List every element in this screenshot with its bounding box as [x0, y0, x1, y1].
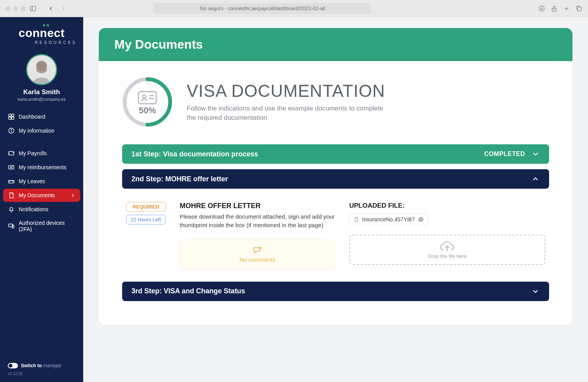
comments-label: No comments — [240, 256, 276, 263]
svg-rect-11 — [12, 114, 14, 116]
document-desc: Please download the document attached, s… — [180, 212, 335, 230]
sidebar-item-notifications[interactable]: Notifications — [3, 203, 80, 216]
sidebar-item-label: My reimbursements — [19, 164, 66, 170]
chevron-right-icon — [70, 193, 75, 198]
sidebar-item-label: Authorized devices (2FA) — [19, 220, 75, 232]
sidebar-item-label: My Payrolls — [19, 150, 47, 156]
step-label: 3rd Step: VISA and Change Status — [131, 287, 245, 295]
switch-role-toggle[interactable]: Switch to manager — [8, 363, 75, 368]
step-3-header[interactable]: 3rd Step: VISA and Change Status — [122, 282, 549, 301]
avatar[interactable] — [26, 54, 57, 85]
file-icon — [354, 216, 359, 223]
payroll-icon — [8, 150, 15, 157]
address-bar[interactable]: No seguro - connecthr.ae/payroll/dashboa… — [154, 3, 371, 14]
step-2-content: REQUIRED 22 Hours Left MOHRE OFFER LETTE… — [122, 194, 549, 282]
page-title: My Documents — [99, 28, 572, 61]
sidebar-item-dashboard[interactable]: Dashboard — [3, 110, 80, 123]
section-title: VISA DOCUMENTATION — [187, 81, 389, 101]
logo-text: connect — [19, 27, 65, 39]
step-1: 1st Step: Visa documentation process COM… — [122, 144, 549, 164]
svg-rect-10 — [9, 114, 11, 116]
id-card-icon — [138, 91, 157, 105]
address-text: No seguro - connecthr.ae/payroll/dashboa… — [200, 5, 326, 11]
sidebar-item-authorized-devices[interactable]: Authorized devices (2FA) — [3, 217, 80, 235]
documents-icon — [8, 192, 15, 199]
svg-rect-26 — [138, 91, 156, 103]
traffic-min[interactable] — [13, 6, 18, 11]
new-tab-icon[interactable] — [563, 5, 570, 12]
switch-label: Switch to manager — [21, 363, 61, 368]
time-left-tag: 22 Hours Left — [126, 215, 166, 224]
chevron-down-icon — [531, 150, 540, 158]
profile: Karla Smith karla.smith@company.es — [3, 54, 80, 102]
chevron-up-icon — [531, 175, 540, 183]
comments-box[interactable]: No comments — [180, 240, 335, 270]
documents-card: My Documents 50% VISA DOCUM — [99, 28, 572, 325]
browser-chrome: No seguro - connecthr.ae/payroll/dashboa… — [0, 0, 588, 17]
window-controls — [5, 6, 26, 11]
svg-rect-18 — [9, 166, 14, 169]
profile-name: Karla Smith — [3, 88, 80, 96]
nav-back-button[interactable] — [46, 4, 56, 14]
section-desc: Follow the indications and use the examp… — [187, 104, 389, 123]
devices-icon — [8, 223, 15, 230]
sidebar-item-my-leaves[interactable]: My Leaves — [3, 175, 80, 188]
required-tag: REQUIRED — [126, 202, 166, 212]
step-label: 2nd Step: MOHRE offer letter — [131, 175, 228, 183]
sidebar-item-my-payrolls[interactable]: My Payrolls — [3, 147, 80, 160]
step-label: 1st Step: Visa documentation process — [131, 150, 258, 158]
sidebar-menu: Dashboard My information My Payrolls My … — [3, 110, 80, 235]
svg-point-16 — [11, 129, 12, 130]
traffic-close[interactable] — [5, 6, 10, 11]
nav-forward-button[interactable] — [58, 4, 68, 14]
leaves-icon — [8, 178, 15, 185]
sidebar-item-my-documents[interactable]: My Documents — [3, 189, 80, 202]
sidebar-item-label: My Documents — [19, 192, 55, 198]
step-2-header[interactable]: 2nd Step: MOHRE offer letter — [122, 169, 549, 189]
visa-header: 50% VISA DOCUMENTATION Follow the indica… — [122, 77, 549, 127]
svg-rect-13 — [12, 117, 14, 119]
sidebar-item-label: Dashboard — [19, 114, 46, 120]
sidebar-item-label: Notifications — [19, 206, 48, 212]
svg-rect-12 — [9, 117, 11, 119]
dashboard-icon — [8, 113, 15, 120]
uploaded-file-chip: InsuranceNo.457YI87 — [349, 214, 428, 225]
main-content: My Documents 50% VISA DOCUM — [83, 17, 588, 382]
upload-cloud-icon — [439, 241, 455, 252]
bell-icon — [8, 206, 15, 213]
tabs-icon[interactable] — [576, 5, 583, 12]
svg-point-30 — [259, 247, 262, 249]
comment-icon — [252, 246, 262, 255]
progress-percent: 50% — [139, 105, 156, 116]
step-3: 3rd Step: VISA and Change Status — [122, 282, 549, 301]
svg-point-19 — [10, 166, 12, 168]
sidebar: connect RESOURCES Karla Smith karla.smit… — [0, 17, 83, 382]
sidebar-toggle-icon[interactable] — [30, 5, 37, 12]
share-icon[interactable] — [551, 5, 558, 12]
toggle-icon — [8, 363, 18, 368]
logo-tagline: RESOURCES — [5, 40, 78, 45]
svg-point-27 — [143, 95, 146, 98]
progress-ring: 50% — [122, 77, 173, 127]
sidebar-item-label: My information — [19, 128, 54, 134]
sidebar-item-my-reimbursements[interactable]: My reimbursements — [3, 161, 80, 174]
chevron-down-icon — [531, 287, 540, 296]
profile-email: karla.smith@company.es — [3, 97, 80, 102]
sidebar-item-my-information[interactable]: My information — [3, 124, 80, 137]
download-icon[interactable] — [538, 5, 545, 12]
step-1-header[interactable]: 1st Step: Visa documentation process COM… — [122, 144, 549, 164]
traffic-max[interactable] — [21, 6, 26, 11]
reimbursement-icon — [8, 164, 15, 171]
svg-rect-21 — [9, 180, 14, 183]
svg-rect-17 — [9, 152, 14, 155]
info-icon — [8, 127, 15, 134]
remove-file-icon[interactable] — [418, 216, 424, 223]
dropzone[interactable]: Drop the file here — [349, 235, 545, 265]
step-status: COMPLETED — [484, 151, 525, 158]
version-label: v1.12.01 — [8, 371, 75, 376]
sidebar-item-label: My Leaves — [19, 178, 45, 184]
step-2: 2nd Step: MOHRE offer letter — [122, 169, 549, 189]
dropzone-hint: Drop the file here — [428, 253, 467, 259]
document-title: MOHRE OFFER LETTER — [180, 202, 335, 210]
file-name: InsuranceNo.457YI87 — [362, 216, 415, 223]
